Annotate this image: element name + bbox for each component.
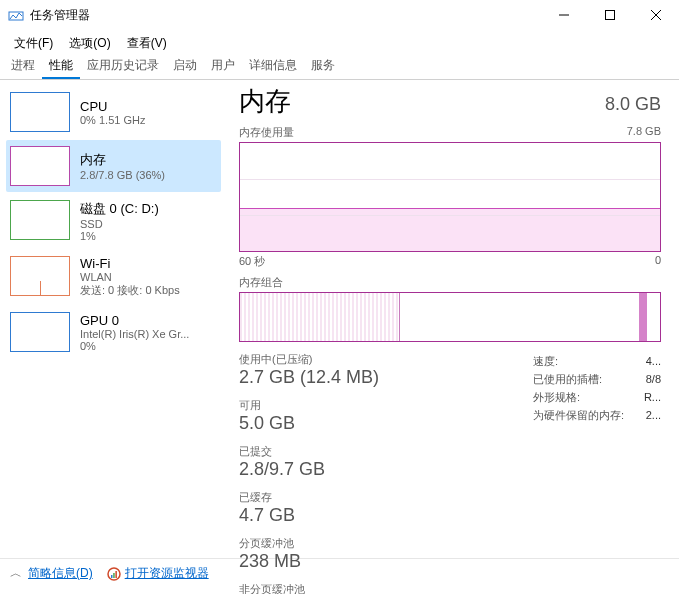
menu-view[interactable]: 查看(V)	[119, 32, 175, 50]
sidebar-item-disk[interactable]: 磁盘 0 (C: D:) SSD 1%	[6, 194, 221, 248]
tab-services[interactable]: 服务	[304, 52, 342, 79]
perf-detail-pane: 内存 8.0 GB 内存使用量 7.8 GB 60 秒 0 内存组合 使用中(已…	[227, 80, 679, 558]
slots-value: 8/8	[646, 370, 661, 388]
perf-sidebar: CPU 0% 1.51 GHz 内存 2.8/7.8 GB (36%) 磁盘 0…	[0, 80, 227, 558]
chevron-up-icon[interactable]: ︿	[10, 565, 22, 582]
resmon-icon	[107, 567, 121, 581]
disk-type: SSD	[80, 218, 159, 230]
menu-options[interactable]: 选项(O)	[61, 32, 118, 50]
form-label: 外形规格:	[533, 388, 580, 406]
tab-history[interactable]: 应用历史记录	[80, 52, 166, 79]
tab-bar: 进程 性能 应用历史记录 启动 用户 详细信息 服务	[0, 52, 679, 80]
menu-file[interactable]: 文件(F)	[6, 32, 61, 50]
avail-label: 可用	[239, 398, 349, 413]
commit-label: 已提交	[239, 444, 389, 459]
reserved-label: 为硬件保留的内存:	[533, 406, 624, 424]
cpu-label: CPU	[80, 99, 145, 114]
x-axis-right: 0	[655, 254, 661, 269]
cpu-sparkline	[10, 92, 70, 132]
close-button[interactable]	[633, 0, 679, 30]
wifi-sparkline	[10, 256, 70, 296]
speed-value: 4...	[646, 352, 661, 370]
chart-composition-label: 内存组合	[239, 275, 283, 290]
cached-value: 4.7 GB	[239, 505, 349, 526]
memory-sparkline	[10, 146, 70, 186]
commit-value: 2.8/9.7 GB	[239, 459, 389, 480]
cached-label: 已缓存	[239, 490, 349, 505]
chart-usage-label: 内存使用量	[239, 125, 294, 140]
inuse-label: 使用中(已压缩)	[239, 352, 389, 367]
tab-performance[interactable]: 性能	[42, 52, 80, 79]
sidebar-item-cpu[interactable]: CPU 0% 1.51 GHz	[6, 86, 221, 138]
memory-capacity: 8.0 GB	[605, 94, 661, 115]
wifi-adapter: WLAN	[80, 271, 180, 283]
gpu-sparkline	[10, 312, 70, 352]
app-icon	[8, 7, 24, 23]
tab-users[interactable]: 用户	[204, 52, 242, 79]
menu-bar: 文件(F) 选项(O) 查看(V)	[0, 30, 679, 52]
slots-label: 已使用的插槽:	[533, 370, 602, 388]
memory-usage-chart[interactable]	[239, 142, 661, 252]
gpu-stats: 0%	[80, 340, 189, 352]
nonpagedpool-label: 非分页缓冲池	[239, 582, 349, 594]
minimize-button[interactable]	[541, 0, 587, 30]
pagedpool-value: 238 MB	[239, 551, 359, 572]
svg-rect-2	[606, 11, 615, 20]
speed-label: 速度:	[533, 352, 558, 370]
wifi-stats: 发送: 0 接收: 0 Kbps	[80, 283, 180, 298]
tab-details[interactable]: 详细信息	[242, 52, 304, 79]
inuse-value: 2.7 GB (12.4 MB)	[239, 367, 389, 388]
wifi-label: Wi-Fi	[80, 256, 180, 271]
maximize-button[interactable]	[587, 0, 633, 30]
window-title: 任务管理器	[30, 7, 90, 24]
avail-value: 5.0 GB	[239, 413, 349, 434]
svg-rect-8	[115, 571, 117, 578]
svg-rect-6	[111, 575, 113, 578]
pagedpool-label: 分页缓冲池	[239, 536, 359, 551]
gpu-label: GPU 0	[80, 313, 189, 328]
cpu-stats: 0% 1.51 GHz	[80, 114, 145, 126]
chart-usage-max: 7.8 GB	[627, 125, 661, 140]
svg-rect-7	[113, 573, 115, 578]
form-value: R...	[644, 388, 661, 406]
sidebar-item-wifi[interactable]: Wi-Fi WLAN 发送: 0 接收: 0 Kbps	[6, 250, 221, 304]
gpu-model: Intel(R) Iris(R) Xe Gr...	[80, 328, 189, 340]
memory-composition-chart[interactable]	[239, 292, 661, 342]
x-axis-left: 60 秒	[239, 254, 265, 269]
open-resmon-link[interactable]: 打开资源监视器	[107, 565, 209, 582]
title-bar: 任务管理器	[0, 0, 679, 30]
svg-rect-0	[9, 12, 23, 20]
resmon-label: 打开资源监视器	[125, 565, 209, 582]
tab-startup[interactable]: 启动	[166, 52, 204, 79]
disk-label: 磁盘 0 (C: D:)	[80, 200, 159, 218]
fewer-details-link[interactable]: 简略信息(D)	[28, 565, 93, 582]
sidebar-item-gpu[interactable]: GPU 0 Intel(R) Iris(R) Xe Gr... 0%	[6, 306, 221, 358]
disk-sparkline	[10, 200, 70, 240]
disk-stats: 1%	[80, 230, 159, 242]
memory-stats: 2.8/7.8 GB (36%)	[80, 169, 165, 181]
memory-label: 内存	[80, 151, 165, 169]
sidebar-item-memory[interactable]: 内存 2.8/7.8 GB (36%)	[6, 140, 221, 192]
tab-processes[interactable]: 进程	[4, 52, 42, 79]
reserved-value: 2...	[646, 406, 661, 424]
page-title: 内存	[239, 84, 291, 119]
